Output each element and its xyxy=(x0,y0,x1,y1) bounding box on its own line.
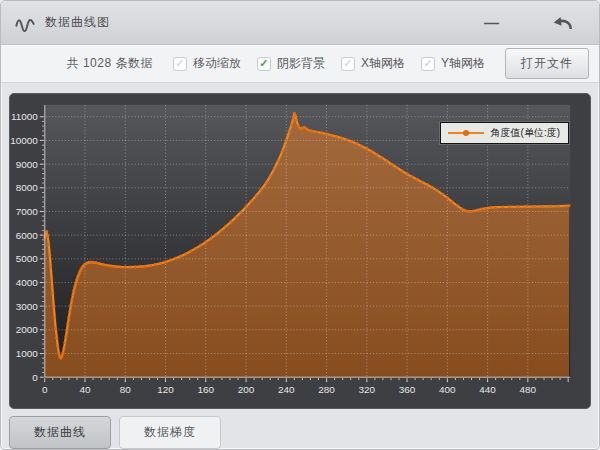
waveform-icon xyxy=(15,14,35,32)
tab-bar: 数据曲线 数据梯度 xyxy=(9,416,599,449)
legend-marker-dot xyxy=(463,130,469,136)
app-window: 数据曲线图 — 共 1028 条数据 ✓ 移动缩放 ✓ 阴影背景 ✓ X轴网格 … xyxy=(0,0,600,450)
svg-text:5000: 5000 xyxy=(16,253,39,264)
title-bar: 数据曲线图 — xyxy=(1,1,599,45)
tab-data-curve[interactable]: 数据曲线 xyxy=(9,416,111,449)
window-title: 数据曲线图 xyxy=(45,14,110,31)
tab-data-gradient[interactable]: 数据梯度 xyxy=(119,416,221,449)
svg-text:240: 240 xyxy=(278,384,295,395)
svg-text:4000: 4000 xyxy=(16,277,39,288)
svg-text:200: 200 xyxy=(238,384,255,395)
svg-text:160: 160 xyxy=(197,384,214,395)
svg-text:400: 400 xyxy=(439,384,456,395)
undo-arrow-icon xyxy=(551,14,573,32)
checkbox-label: X轴网格 xyxy=(361,55,405,72)
svg-text:320: 320 xyxy=(359,384,376,395)
svg-text:0: 0 xyxy=(42,384,48,395)
checkbox-y-grid[interactable]: ✓ Y轴网格 xyxy=(421,55,485,72)
svg-text:40: 40 xyxy=(79,384,91,395)
svg-text:2000: 2000 xyxy=(16,324,39,335)
svg-text:1000: 1000 xyxy=(16,348,39,359)
svg-text:120: 120 xyxy=(157,384,174,395)
checkbox-pan-zoom[interactable]: ✓ 移动缩放 xyxy=(173,55,241,72)
checkbox-label: 移动缩放 xyxy=(193,55,241,72)
svg-text:8000: 8000 xyxy=(16,182,39,193)
svg-text:480: 480 xyxy=(520,384,537,395)
svg-text:440: 440 xyxy=(479,384,496,395)
svg-text:360: 360 xyxy=(399,384,416,395)
legend-line-sample xyxy=(448,132,484,134)
data-count-label: 共 1028 条数据 xyxy=(67,55,153,72)
checkbox-shadow-background[interactable]: ✓ 阴影背景 xyxy=(257,55,325,72)
svg-text:9000: 9000 xyxy=(16,159,39,170)
checkbox-icon: ✓ xyxy=(341,57,355,71)
chart-legend: 角度值(单位:度) xyxy=(440,122,569,144)
svg-text:7000: 7000 xyxy=(16,206,39,217)
checkbox-icon: ✓ xyxy=(173,57,187,71)
svg-text:6000: 6000 xyxy=(16,230,39,241)
svg-text:10000: 10000 xyxy=(10,135,38,146)
undo-back-button[interactable] xyxy=(551,14,573,32)
svg-text:0: 0 xyxy=(32,372,38,383)
checkbox-label: 阴影背景 xyxy=(277,55,325,72)
checkbox-label: Y轴网格 xyxy=(441,55,485,72)
svg-text:3000: 3000 xyxy=(16,301,39,312)
checkbox-x-grid[interactable]: ✓ X轴网格 xyxy=(341,55,405,72)
checkbox-icon: ✓ xyxy=(257,57,271,71)
checkbox-icon: ✓ xyxy=(421,57,435,71)
svg-text:11000: 11000 xyxy=(11,111,38,122)
svg-text:80: 80 xyxy=(120,384,132,395)
legend-label: 角度值(单位:度) xyxy=(491,126,560,140)
toolbar: 共 1028 条数据 ✓ 移动缩放 ✓ 阴影背景 ✓ X轴网格 ✓ Y轴网格 打… xyxy=(1,45,599,83)
chart-panel: 0100020003000400050006000700080009000100… xyxy=(9,93,591,409)
svg-text:280: 280 xyxy=(318,384,335,395)
open-file-button[interactable]: 打开文件 xyxy=(505,48,589,79)
minimize-button[interactable]: — xyxy=(484,18,499,28)
